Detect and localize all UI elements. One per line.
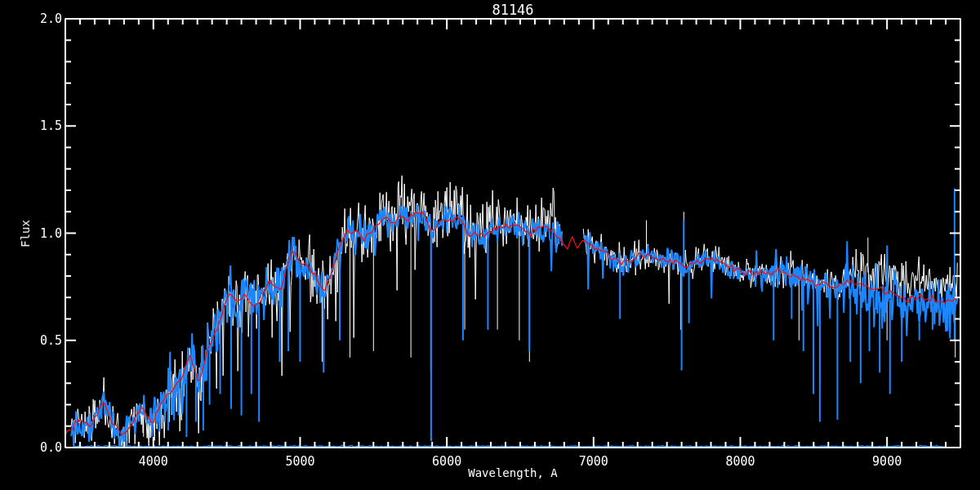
x-tick-label-8000: 8000 xyxy=(725,454,755,469)
y-tick-label-2.0: 2.0 xyxy=(0,11,62,26)
x-tick-label-5000: 5000 xyxy=(285,454,314,469)
x-tick-label-7000: 7000 xyxy=(579,454,608,469)
x-tick-label-6000: 6000 xyxy=(432,454,461,469)
x-axis-label: Wavelength, A xyxy=(468,466,558,479)
y-tick-label-1.0: 1.0 xyxy=(0,226,62,241)
spectrum-plot-canvas xyxy=(0,0,980,490)
y-tick-label-0.5: 0.5 xyxy=(0,333,62,348)
chart-title: 81146 xyxy=(492,2,533,18)
x-tick-label-9000: 9000 xyxy=(872,454,902,469)
y-tick-label-1.5: 1.5 xyxy=(0,118,62,133)
y-tick-label-0.0: 0.0 xyxy=(0,440,62,455)
x-tick-label-4000: 4000 xyxy=(139,454,168,469)
spectrum-chart: 81146 Wavelength, A Flux 400050006000700… xyxy=(0,0,980,490)
